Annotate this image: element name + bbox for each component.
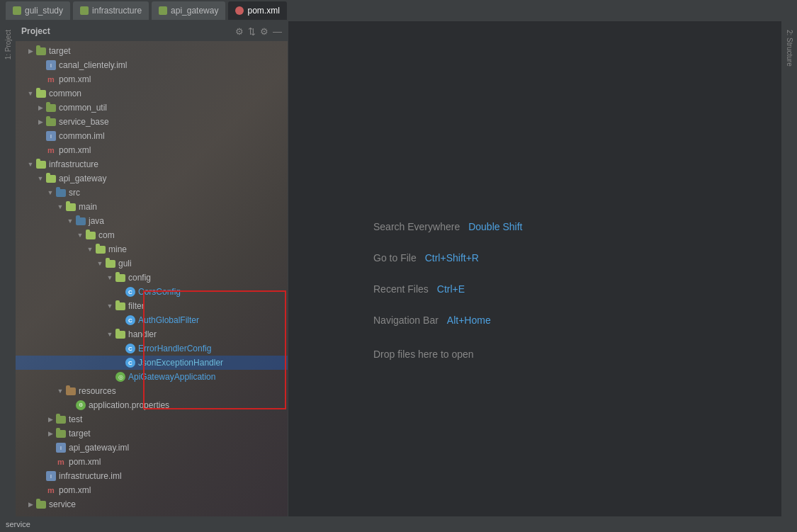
arrow-service: ▶ <box>26 499 35 509</box>
arrow-props: ▶ <box>65 400 75 410</box>
structure-label[interactable]: 2: Structure <box>786 30 793 67</box>
tree-item-filter[interactable]: ▼ filter <box>16 299 288 313</box>
nav-key: Alt+Home <box>447 315 491 326</box>
settings-icon[interactable]: ⚙ <box>235 26 244 37</box>
arrow-target: ▶ <box>26 46 35 56</box>
nav-label: Navigation Bar <box>373 315 439 326</box>
label-app-props: application.properties <box>89 400 169 410</box>
label-filter: filter <box>128 301 145 311</box>
tree-item-service[interactable]: ▶ service <box>16 497 288 511</box>
tab-infrastructure[interactable]: infrastructure <box>73 1 149 20</box>
arrow-error: ▶ <box>115 344 125 353</box>
tree-item-handler[interactable]: ▼ handler <box>16 327 288 341</box>
gear-icon[interactable]: ⚙ <box>260 26 269 37</box>
maven-icon-pom1: m <box>45 74 57 85</box>
tree-item-canal[interactable]: ▶ I canal_clientely.iml <box>16 58 288 72</box>
arrow-json: ▶ <box>115 358 125 368</box>
label-common-util: common_util <box>59 103 107 113</box>
tree-item-pom2[interactable]: ▶ m pom.xml <box>16 143 288 157</box>
tab-pom-xml[interactable]: pom.xml <box>228 1 286 20</box>
tree-item-src[interactable]: ▼ src <box>16 186 288 200</box>
tree-item-mine[interactable]: ▼ mine <box>16 242 288 256</box>
tree-item-target2[interactable]: ▶ target <box>16 426 288 441</box>
tree-item-pom1[interactable]: ▶ m pom.xml <box>16 72 288 86</box>
arrow-cors: ▶ <box>115 287 125 297</box>
label-guli: guli <box>118 259 132 268</box>
tree-item-app[interactable]: ▶ ◎ ApiGatewayApplication <box>16 370 288 384</box>
tree-item-java[interactable]: ▼ java <box>16 214 288 228</box>
arrow-service-base: ▶ <box>35 117 45 127</box>
search-key: Double Shift <box>468 221 522 232</box>
label-service: service <box>49 499 76 509</box>
folder-icon-infrastructure <box>35 159 47 170</box>
class-icon-error: C <box>125 343 136 354</box>
goto-label: Go to File <box>373 252 417 264</box>
spring-icon-props: ⚙ <box>75 400 86 411</box>
folder-icon-src <box>55 187 67 198</box>
folder-icon-handler <box>115 329 126 340</box>
tree-item-json-handler[interactable]: ▶ C JsonExceptionHandler <box>16 356 288 370</box>
tree-item-config[interactable]: ▼ config <box>16 271 288 285</box>
tree-item-service-base[interactable]: ▶ service_base <box>16 115 288 129</box>
spring-icon-app: ◎ <box>115 371 126 383</box>
tree-item-error-handler[interactable]: ▶ C ErrorHandlerConfig <box>16 341 288 356</box>
project-strip-label[interactable]: 1: Project <box>4 30 12 60</box>
folder-icon-com <box>85 230 96 241</box>
tree-item-infrastructure[interactable]: ▼ infrastructure <box>16 157 288 171</box>
arrow-agw-iml: ▶ <box>45 443 55 453</box>
tree-item-cors-config[interactable]: ▶ C CorsConfig <box>16 285 288 299</box>
tree-item-guli[interactable]: ▼ guli <box>16 256 288 271</box>
arrow-src: ▼ <box>45 188 55 198</box>
arrow-target2: ▶ <box>45 429 55 438</box>
label-target: target <box>49 46 71 56</box>
tree-item-pom3[interactable]: ▶ m pom.xml <box>16 455 288 469</box>
tree-item-app-props[interactable]: ▶ ⚙ application.properties <box>16 398 288 412</box>
label-service-base: service_base <box>59 117 109 127</box>
tree-item-api-gateway[interactable]: ▼ api_gateway <box>16 171 288 186</box>
label-pom4: pom.xml <box>59 485 91 495</box>
tree-item-target[interactable]: ▶ target <box>16 44 288 58</box>
tree-item-main[interactable]: ▼ main <box>16 200 288 214</box>
layout-icon[interactable]: ⇅ <box>248 26 256 37</box>
tab-api-gateway[interactable]: api_gateway <box>152 1 225 20</box>
tree-item-resources[interactable]: ▼ resources <box>16 384 288 398</box>
tree-item-common-iml[interactable]: ▶ I common.iml <box>16 129 288 143</box>
arrow-guli: ▼ <box>95 259 105 268</box>
tree-item-common[interactable]: ▼ common <box>16 86 288 101</box>
class-icon-cors: C <box>125 286 136 298</box>
shortcut-search: Search Everywhere Double Shift <box>373 221 522 232</box>
label-cors-config: CorsConfig <box>138 287 181 297</box>
tree-item-infra-iml[interactable]: ▶ I infrastructure.iml <box>16 469 288 483</box>
tree-item-common-util[interactable]: ▶ common_util <box>16 101 288 115</box>
label-json-handler: JsonExceptionHandler <box>138 358 223 368</box>
arrow-com: ▼ <box>75 230 85 240</box>
title-bar: guli_study infrastructure api_gateway po… <box>0 0 797 21</box>
minimize-icon[interactable]: — <box>273 26 282 37</box>
arrow-canal: ▶ <box>35 60 45 70</box>
arrow-test: ▶ <box>45 414 55 424</box>
label-common-iml: common.iml <box>59 131 105 141</box>
tree-item-test[interactable]: ▶ test <box>16 412 288 426</box>
tab-guli-study[interactable]: guli_study <box>6 1 70 20</box>
tree-item-agw-iml[interactable]: ▶ I api_gateway.iml <box>16 441 288 455</box>
label-pom1: pom.xml <box>59 74 91 84</box>
panel-header: Project ⚙ ⇅ ⚙ — <box>16 21 288 41</box>
tree-item-com[interactable]: ▼ com <box>16 228 288 242</box>
maven-icon-pom4: m <box>45 485 57 496</box>
arrow-java: ▼ <box>65 216 75 226</box>
arrow-handler: ▼ <box>105 329 115 339</box>
arrow-filter: ▼ <box>105 301 115 311</box>
project-tree[interactable]: ▶ target ▶ I canal_clientely.iml ▶ m pom… <box>16 41 288 516</box>
left-sidebar-strip: 1: Project <box>0 21 16 516</box>
iml-icon-canal: I <box>45 60 57 71</box>
shortcut-nav: Navigation Bar Alt+Home <box>373 315 522 326</box>
tree-item-auth-filter[interactable]: ▶ C AuthGlobalFilter <box>16 313 288 327</box>
tree-item-pom4[interactable]: ▶ m pom.xml <box>16 483 288 497</box>
arrow-common: ▼ <box>26 89 35 98</box>
arrow-resources: ▼ <box>55 386 65 396</box>
arrow-api-gateway: ▼ <box>35 174 45 183</box>
folder-icon-target2 <box>55 428 67 439</box>
class-icon-json: C <box>125 357 136 368</box>
label-mine: mine <box>108 244 127 254</box>
label-agw-iml: api_gateway.iml <box>69 443 129 453</box>
